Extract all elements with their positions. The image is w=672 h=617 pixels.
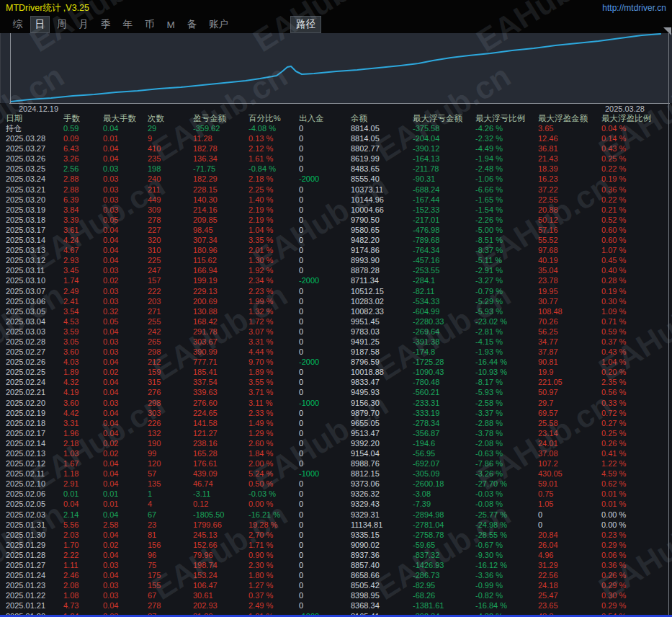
table-row[interactable]: 2025.03.113.450.03247166.941.92 %08878.2… (0, 265, 672, 275)
table-row[interactable]: 2025.02.214.190.04276339.633.71 %09495.9… (0, 387, 672, 397)
table-row[interactable]: 2025.03.101.740.02157199.192.34 %-200087… (0, 275, 672, 285)
table-row[interactable]: 2025.03.280.090.01911.280.13 %08814.05-2… (0, 133, 672, 143)
column-header[interactable]: 最大浮亏比例 (475, 113, 538, 123)
menu-item-综[interactable]: 综 (9, 17, 27, 32)
menu-item-月[interactable]: 月 (75, 17, 94, 32)
table-row[interactable]: 2025.02.102.910.0413546.740.50 %09373.06… (0, 479, 672, 489)
column-header[interactable]: 手数 (63, 113, 103, 123)
cell: 99 (148, 448, 193, 458)
equity-chart-plot[interactable] (0, 33, 672, 103)
table-row[interactable]: 2025.01.291.700.02156152.661.71 %09090.0… (0, 540, 672, 550)
column-header[interactable]: 盈亏金额 (193, 113, 248, 123)
cell: -2894.98 (413, 510, 475, 520)
column-header[interactable]: 百分比% (248, 113, 299, 123)
cell: -356.87 (413, 428, 475, 438)
table-row[interactable]: 2025.03.072.490.03222229.132.23 %010512.… (0, 286, 672, 296)
table-row[interactable]: 2025.01.221.080.036730.610.37 %08398.95-… (0, 590, 672, 600)
column-header[interactable]: 日期 (6, 113, 63, 123)
cell: 298 (148, 347, 193, 357)
table-row[interactable]: 2025.03.122.930.04225115.621.30 %08993.9… (0, 255, 672, 265)
table-row[interactable]: 2025.01.242.460.04175153.241.80 %08658.6… (0, 570, 672, 580)
menu-item-日[interactable]: 日 (31, 17, 50, 32)
table-row[interactable]: 2025.03.062.410.03203200.691.99 %010283.… (0, 296, 672, 306)
table-row[interactable]: 2025.02.283.050.03265303.673.31 %09491.2… (0, 337, 672, 347)
cell: 2025.03.13 (6, 245, 63, 255)
table-row[interactable]: 2025.03.144.240.04320307.343.35 %09482.2… (0, 235, 672, 245)
cell: 2.49 (63, 286, 103, 296)
table-row[interactable]: 2025.01.232.080.03155106.471.27 %08505.4… (0, 580, 672, 590)
table-row[interactable]: 2025.03.193.840.03309214.162.19 %010004.… (0, 205, 672, 215)
menu-item-账户[interactable]: 账户 (205, 17, 233, 32)
cell: 0 (299, 418, 351, 428)
table-row[interactable]: 2025.03.173.610.0422798.451.04 %09580.65… (0, 225, 672, 235)
right-scrollbar-track[interactable] (668, 33, 669, 617)
table-row[interactable]: 2025.02.264.030.04212777.719.70 %-200087… (0, 357, 672, 367)
cell: 10512.15 (351, 286, 413, 296)
menu-item-币[interactable]: 币 (140, 17, 159, 32)
table-row[interactable]: 2025.02.244.320.04315337.543.55 %09833.4… (0, 377, 672, 387)
table-row[interactable]: 2025.03.134.670.04310180.962.01 %09174.8… (0, 245, 672, 255)
cell: -82.11 (413, 286, 475, 296)
table-row[interactable]: 2025.02.121.670.04120176.612.00 %08988.7… (0, 458, 672, 469)
cell: 0 (299, 367, 351, 377)
table-row[interactable]: 持仓0.590.0429-359.62-4.08 %08814.05-375.5… (0, 123, 672, 133)
column-header[interactable]: 最大浮盈比例 (601, 113, 666, 123)
column-header[interactable]: 出入金 (299, 113, 351, 123)
cell: 0 (299, 510, 351, 520)
table-row[interactable]: 2025.01.271.110.0375198.742.30 %08857.40… (0, 560, 672, 570)
cell: 211 (148, 185, 193, 195)
table-row[interactable]: 2025.02.060.010.011-3.11-0.03 %09326.32-… (0, 489, 672, 499)
table-row[interactable]: 2025.03.206.390.03449140.301.40 %010144.… (0, 195, 672, 205)
table-row[interactable]: 2025.02.032.140.0467-1805.50-16.21 %0932… (0, 510, 672, 520)
cell: 4 (148, 499, 193, 509)
scroll-arrow-icon[interactable] (663, 27, 671, 35)
table-row[interactable]: 2025.02.273.600.03298390.994.44 %09187.5… (0, 347, 672, 357)
table-row[interactable]: 2025.02.142.180.02190238.162.60 %09392.2… (0, 438, 672, 448)
table-row[interactable]: 2025.03.033.590.04242291.783.07 %09783.0… (0, 327, 672, 337)
cell: 2025.03.20 (6, 195, 63, 205)
path-button[interactable]: 路径 (291, 17, 321, 32)
menu-item-备[interactable]: 备 (183, 17, 202, 32)
equity-chart-area[interactable]: 2024.12.19 2025.03.28 (0, 33, 672, 113)
table-row[interactable]: 2025.03.044.530.05255168.421.72 %09951.4… (0, 316, 672, 327)
table-row[interactable]: 2025.02.194.420.04303224.652.33 %09879.7… (0, 408, 672, 418)
cell: 0.01 % (601, 499, 666, 509)
cell: 0.04 (103, 143, 148, 154)
column-header[interactable]: 最大浮亏金额 (413, 113, 475, 123)
column-header[interactable]: 余额 (351, 113, 413, 123)
table-row[interactable]: 2025.02.183.310.04226141.581.49 %09655.0… (0, 418, 672, 428)
table-row[interactable]: 2025.03.263.260.04235136.341.61 %08619.9… (0, 154, 672, 164)
table-row[interactable]: 2025.03.276.430.04410182.782.12 %08802.7… (0, 143, 672, 154)
cell: -25.77 % (475, 510, 538, 520)
cell: 50.12 (538, 215, 601, 225)
cell: 2025.03.17 (6, 225, 63, 235)
table-row[interactable]: 2025.01.315.562.58231799.6619.28 %011134… (0, 520, 672, 530)
cell: 0.03 (103, 337, 148, 347)
menu-item-季[interactable]: 季 (97, 17, 115, 32)
table-row[interactable]: 2025.03.183.390.05278209.852.19 %09790.5… (0, 215, 672, 225)
table-row[interactable]: 2025.02.050.040.0140.120.00 %09329.43-7.… (0, 499, 672, 509)
cell: 0.25 % (601, 428, 666, 438)
table-row[interactable]: 2025.01.282.220.049679.960.90 %08937.36-… (0, 550, 672, 560)
table-row[interactable]: 2025.03.242.880.03240182.292.18 %-200085… (0, 174, 672, 184)
column-header[interactable]: 最大手数 (103, 113, 148, 123)
cell: -764.34 (413, 245, 475, 255)
menu-item-年[interactable]: 年 (119, 17, 138, 32)
table-row[interactable]: 2025.02.251.890.02159185.411.89 %010018.… (0, 367, 672, 377)
table-row[interactable]: 2025.03.212.880.03211228.152.25 %010373.… (0, 185, 672, 195)
cell: 2025.03.24 (6, 174, 63, 184)
table-row[interactable]: 2025.01.302.030.0481245.132.70 %09335.15… (0, 530, 672, 540)
app-url-link[interactable]: http://mtdriver.cn (602, 3, 666, 13)
menu-item-M[interactable]: M (163, 18, 179, 32)
table-row[interactable]: 2025.02.203.600.03298276.603.11 %-100091… (0, 398, 672, 408)
column-header[interactable]: 最大浮盈金额 (538, 113, 601, 123)
cell: 238.16 (193, 438, 248, 448)
table-row[interactable]: 2025.02.111.180.0457439.095.24 %-1000881… (0, 469, 672, 479)
table-row[interactable]: 2025.02.131.030.0299165.281.84 %09154.04… (0, 448, 672, 458)
table-row[interactable]: 2025.01.214.730.04278202.932.49 %08368.3… (0, 600, 672, 611)
column-header[interactable]: 次数 (148, 113, 193, 123)
table-row[interactable]: 2025.03.252.560.03198-71.75-0.84 %08483.… (0, 164, 672, 174)
table-row[interactable]: 2025.03.053.540.32271130.881.32 %010082.… (0, 306, 672, 316)
menu-item-周[interactable]: 周 (53, 17, 71, 32)
table-row[interactable]: 2025.02.171.960.04132121.271.29 %09513.4… (0, 428, 672, 438)
